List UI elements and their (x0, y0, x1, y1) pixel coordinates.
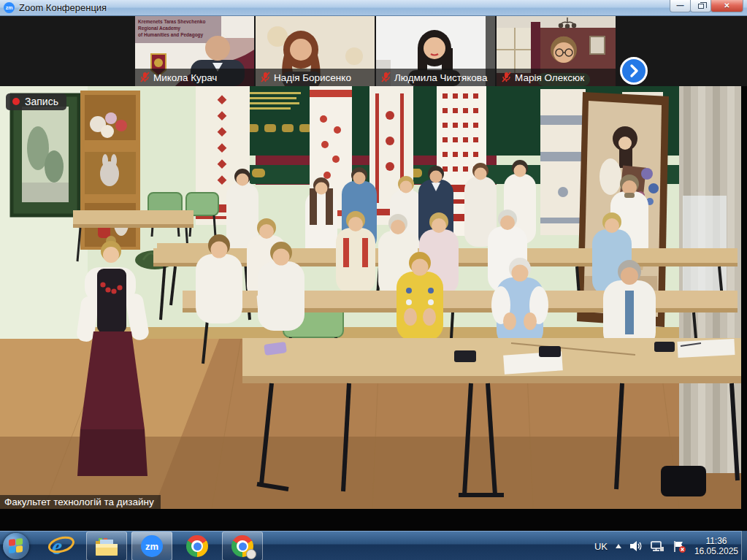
record-dot-icon (12, 98, 20, 105)
taskbar: e zm (0, 531, 747, 560)
chrome-profile-badge (246, 549, 256, 559)
participant-2-namebar: Надія Борисенко (256, 69, 375, 86)
video-caption: Факультет технологій та дизайну (0, 495, 161, 509)
tray-time: 11:36 (694, 536, 738, 546)
framed-picture (12, 95, 79, 215)
banner-line-3: of Humanities and Pedagogy (138, 32, 204, 38)
language-indicator[interactable]: UK (594, 541, 608, 552)
banner-line-1: Kremenets Taras Shevchenko (138, 19, 205, 24)
next-participants-icon (626, 62, 642, 80)
banner-line-2: Regional Academy (138, 26, 180, 31)
participant-1-namebar: Микола Курач (135, 69, 254, 86)
minimize-button[interactable]: — (670, 0, 691, 12)
zoom-zm-icon: zm (4, 2, 15, 13)
muted-mic-icon (501, 72, 511, 83)
participant-name: Марія Олексюк (515, 72, 584, 83)
participant-4-namebar: Марія Олексюк (497, 69, 616, 86)
participant-video-3[interactable]: Людмила Чистякова (376, 16, 495, 86)
zoom-window: zm Zoom Конференция — ✕ Kremenets Taras … (0, 0, 747, 560)
titlebar[interactable]: zm Zoom Конференция — ✕ (0, 0, 747, 16)
participant-video-1[interactable]: Kremenets Taras Shevchenko Regional Acad… (135, 16, 254, 86)
tray-clock[interactable]: 11:36 16.05.2025 (694, 536, 738, 556)
participant-name: Надія Борисенко (274, 72, 351, 83)
start-orb-icon (9, 538, 23, 554)
svg-text:zm: zm (145, 541, 158, 552)
participant-video-4[interactable]: Марія Олексюк (497, 16, 616, 86)
participant-video-2[interactable]: Надія Борисенко (256, 16, 375, 86)
system-tray: UK 11:36 16.05.2025 (594, 532, 738, 560)
action-center-flag-icon[interactable] (673, 540, 686, 553)
muted-mic-icon (380, 72, 391, 83)
next-participants-button[interactable] (620, 57, 648, 85)
recording-label: Запись (25, 96, 58, 107)
chrome-profile-icon (231, 535, 253, 557)
recording-badge[interactable]: Запись (6, 93, 66, 110)
file-explorer-icon (93, 534, 120, 559)
show-desktop-button[interactable] (741, 531, 747, 560)
taskbar-zoom-app[interactable]: zm (131, 532, 172, 560)
start-button[interactable] (3, 533, 29, 559)
muted-mic-icon (139, 72, 150, 83)
close-icon: ✕ (724, 2, 729, 9)
zoom-app-icon: zm (139, 534, 164, 559)
restore-button[interactable] (690, 0, 711, 12)
taskbar-chrome-profile[interactable] (222, 532, 263, 560)
chrome-icon (186, 535, 208, 557)
participants-strip: Kremenets Taras Shevchenko Regional Acad… (0, 16, 747, 86)
close-button[interactable]: ✕ (710, 0, 743, 12)
classroom-scene (0, 86, 741, 509)
participant-3-namebar: Людмила Чистякова (376, 69, 495, 86)
video-letterbox-right (741, 86, 747, 509)
network-icon[interactable] (650, 540, 664, 552)
tray-date: 16.05.2025 (694, 546, 738, 556)
taskbar-internet-explorer[interactable]: e (41, 532, 82, 560)
participant-name: Людмила Чистякова (394, 72, 487, 83)
minimize-icon: — (677, 2, 684, 9)
restore-icon (698, 4, 704, 9)
video-letterbox-bottom (0, 509, 747, 531)
hidden-icons-arrow-icon[interactable] (616, 544, 621, 548)
internet-explorer-icon: e (47, 533, 75, 559)
taskbar-chrome[interactable] (177, 532, 218, 560)
muted-mic-icon (260, 72, 270, 83)
participant-name: Микола Курач (153, 72, 217, 83)
taskbar-file-explorer[interactable] (86, 532, 127, 560)
main-video[interactable]: Запись Факультет технологій та дизайну (0, 86, 741, 509)
window-title: Zoom Конференция (19, 2, 107, 13)
volume-icon[interactable] (629, 540, 642, 552)
